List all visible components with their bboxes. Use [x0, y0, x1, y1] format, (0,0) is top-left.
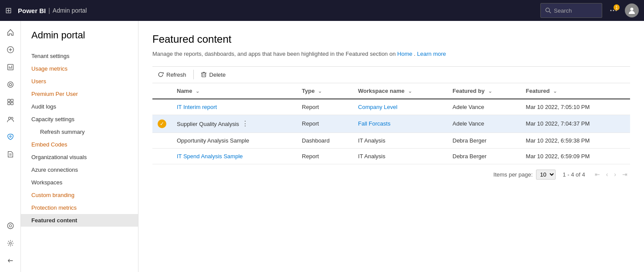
row-type-cell: Dashboard	[297, 133, 353, 148]
row-context-menu[interactable]: ⋮	[239, 119, 251, 128]
svg-point-19	[8, 117, 10, 119]
sidebar-item-azure-connections[interactable]: Azure connections	[21, 163, 138, 176]
rail-settings[interactable]	[3, 235, 18, 251]
icon-rail	[0, 21, 21, 272]
row-featured-by-cell: Adele Vance	[447, 115, 520, 133]
sidebar-item-tenant-settings[interactable]: Tenant settings	[21, 50, 138, 62]
page-range: 1 - 4 of 4	[563, 171, 585, 178]
sidebar-item-workspaces[interactable]: Workspaces	[21, 176, 138, 189]
row-workspace-cell[interactable]: Company Level	[353, 99, 447, 115]
svg-point-13	[7, 82, 13, 88]
prev-page-button[interactable]: ‹	[604, 170, 611, 179]
svg-point-2	[610, 10, 612, 11]
rail-expand[interactable]	[3, 253, 18, 269]
svg-point-20	[11, 117, 13, 119]
row-workspace-link[interactable]: Company Level	[358, 104, 397, 110]
home-link[interactable]: Home	[397, 51, 412, 57]
table-row: Opportunity Analysis SampleDashboardIT A…	[152, 133, 630, 148]
svg-rect-17	[7, 102, 10, 105]
row-select-cell[interactable]	[152, 99, 172, 115]
row-featured-by-cell: Adele Vance	[447, 99, 520, 115]
learn-more-link[interactable]: Learn more	[417, 51, 446, 57]
svg-point-24	[7, 223, 13, 229]
row-type-cell: Report	[297, 115, 353, 133]
sidebar-item-audit-logs[interactable]: Audit logs	[21, 100, 138, 113]
sidebar-item-usage-metrics[interactable]: Usage metrics	[21, 62, 138, 75]
rail-admin[interactable]	[3, 218, 18, 234]
brand: Power BI | Admin portal	[18, 7, 87, 14]
items-per-page-select[interactable]: 10 25 50	[536, 170, 556, 180]
row-type-cell: Report	[297, 148, 353, 164]
sidebar-item-embed-codes[interactable]: Embed Codes	[21, 138, 138, 151]
col-featured[interactable]: Featured ⌄	[521, 83, 630, 99]
sidebar-item-premium-per-user[interactable]: Premium Per User	[21, 88, 138, 100]
row-name-link[interactable]: IT Spend Analysis Sample	[177, 153, 243, 160]
row-workspace-cell[interactable]: IT Analysis	[353, 148, 447, 164]
row-workspace-link[interactable]: Fall Forcasts	[358, 120, 390, 127]
search-box[interactable]	[540, 3, 602, 18]
sidebar-item-refresh-summary[interactable]: Refresh summary	[21, 126, 138, 138]
rail-reports[interactable]	[3, 59, 18, 75]
row-select-cell[interactable]	[152, 148, 172, 164]
svg-point-25	[9, 224, 11, 227]
rail-home[interactable]	[3, 24, 18, 40]
rail-launch[interactable]	[3, 129, 18, 145]
user-avatar[interactable]	[625, 3, 639, 17]
section-name: Admin portal	[53, 7, 87, 14]
page-description: Manage the reports, dashboards, and apps…	[152, 50, 630, 58]
first-page-button[interactable]: ⇤	[592, 170, 603, 179]
row-type-cell: Report	[297, 99, 353, 115]
svg-rect-27	[202, 73, 206, 77]
refresh-icon	[158, 71, 164, 78]
last-page-button[interactable]: ⇥	[620, 170, 630, 179]
sidebar-item-protection-metrics[interactable]: Protection metrics	[21, 201, 138, 214]
main-layout: Admin portal Tenant settings Usage metri…	[0, 21, 644, 272]
rail-people[interactable]	[3, 112, 18, 127]
row-featured-date-cell: Mar 10 2022, 7:05:10 PM	[521, 99, 630, 115]
pagination-nav: ⇤ ‹ › ⇥	[592, 170, 630, 179]
rail-add[interactable]	[3, 42, 18, 58]
col-featured-by[interactable]: Featured by ⌄	[447, 83, 520, 99]
svg-line-1	[549, 11, 551, 13]
row-featured-date-cell: Mar 10 2022, 6:59:38 PM	[521, 133, 630, 148]
notification-badge: 1	[614, 4, 620, 10]
rail-book[interactable]	[3, 146, 18, 162]
sidebar-item-custom-branding[interactable]: Custom branding	[21, 189, 138, 201]
delete-button[interactable]: Delete	[196, 69, 231, 80]
svg-rect-16	[10, 99, 13, 102]
col-workspace[interactable]: Workspace name ⌄	[353, 83, 447, 99]
svg-point-26	[9, 242, 11, 245]
sidebar-item-featured-content[interactable]: Featured content	[21, 214, 138, 227]
row-name-cell[interactable]: IT Spend Analysis Sample	[172, 148, 297, 164]
next-page-button[interactable]: ›	[611, 170, 619, 179]
svg-point-14	[9, 83, 11, 85]
row-workspace-cell[interactable]: Fall Forcasts	[353, 115, 447, 133]
content-area: Featured content Manage the reports, das…	[138, 21, 644, 272]
svg-rect-18	[10, 102, 13, 105]
svg-point-21	[10, 136, 11, 137]
top-navigation: ⊞ Power BI | Admin portal 1	[0, 0, 644, 21]
rail-goals[interactable]	[3, 77, 18, 92]
row-name-link[interactable]: IT Interim report	[177, 104, 217, 110]
row-featured-by-cell: Debra Berger	[447, 148, 520, 164]
notification-button[interactable]: 1	[607, 3, 620, 17]
sidebar-item-organizational-visuals[interactable]: Organizational visuals	[21, 151, 138, 163]
col-type[interactable]: Type ⌄	[297, 83, 353, 99]
rail-dashboard[interactable]	[3, 94, 18, 110]
refresh-button[interactable]: Refresh	[152, 69, 192, 80]
grid-icon[interactable]: ⊞	[5, 6, 12, 15]
table-row: IT Interim reportReportCompany LevelAdel…	[152, 99, 630, 115]
row-name-cell[interactable]: Opportunity Analysis Sample	[172, 133, 297, 148]
row-select-cell[interactable]: ✓	[152, 115, 172, 133]
row-select-cell[interactable]	[152, 133, 172, 148]
app-name: Power BI	[18, 7, 46, 14]
sidebar-item-capacity-settings[interactable]: Capacity settings	[21, 113, 138, 126]
row-workspace-cell[interactable]: IT Analysis	[353, 133, 447, 148]
search-input[interactable]	[554, 7, 597, 14]
sidebar-item-users[interactable]: Users	[21, 75, 138, 88]
toolbar: Refresh Delete	[152, 66, 630, 83]
row-name-cell[interactable]: IT Interim report	[172, 99, 297, 115]
row-featured-date-cell: Mar 10 2022, 7:04:37 PM	[521, 115, 630, 133]
col-name[interactable]: Name ⌄	[172, 83, 297, 99]
row-name-cell[interactable]: Supplier Quality Analysis⋮	[172, 115, 297, 133]
